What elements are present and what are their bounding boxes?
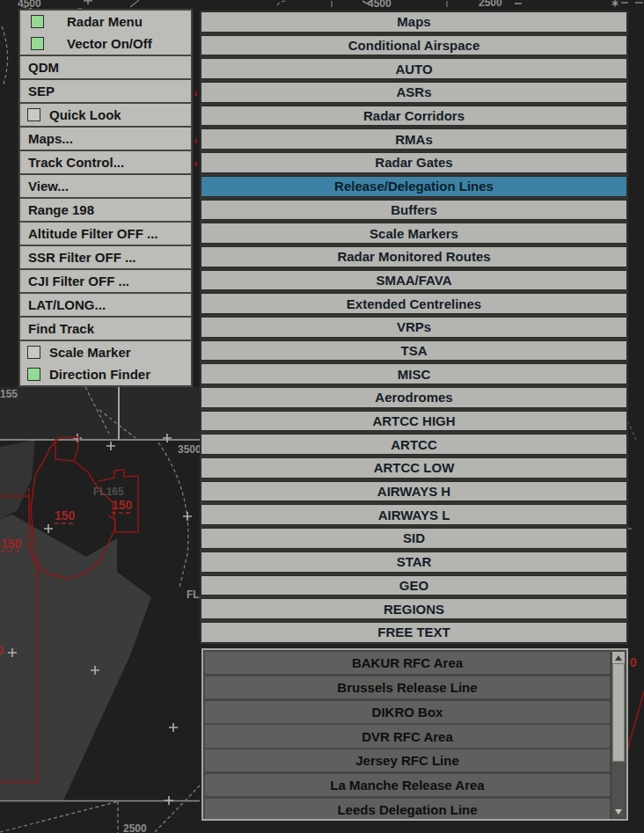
radar-menu-item-vector-on-off[interactable]: Vector On/Off	[20, 33, 191, 55]
maps-menu-item-airways-l[interactable]: AIRWAYS L	[201, 504, 627, 525]
overlay-item-dikro-box[interactable]: DIKRO Box	[205, 701, 610, 723]
map-label-4500-partial: 4500	[368, 0, 392, 10]
radar-display: { "colors": { "selected_row": "#3d82a4",…	[0, 0, 644, 833]
maps-menu-item-radar-corridors[interactable]: Radar Corridors	[201, 106, 627, 127]
maps-menu-item-regions[interactable]: REGIONS	[201, 598, 627, 619]
radar-menu-item-label: LAT/LONG...	[20, 294, 191, 316]
maps-menu-item-radar-monitored-routes[interactable]: Radar Monitored Routes	[201, 246, 627, 267]
radar-menu: Radar Menu Vector On/Off QDM SEP Quick L…	[18, 9, 193, 387]
maps-menu-item-scale-markers[interactable]: Scale Markers	[201, 223, 627, 244]
map-label-fl165: FL165	[93, 486, 124, 498]
maps-menu-item-vrps[interactable]: VRPs	[201, 317, 627, 338]
overlay-item-bakur-rfc-area[interactable]: BAKUR RFC Area	[205, 652, 610, 674]
radar-menu-item-label: View...	[20, 175, 191, 197]
quick-look-checkbox[interactable]	[27, 108, 40, 121]
maps-menu-item-radar-gates[interactable]: Radar Gates	[201, 152, 627, 173]
map-label-150-b: 150	[112, 498, 133, 512]
radar-menu-item-sep[interactable]: SEP	[18, 78, 193, 104]
radar-menu-group-bottom: Scale Marker Direction Finder	[18, 340, 193, 387]
maps-menu-item-free-text[interactable]: FREE TEXT	[201, 622, 627, 643]
maps-menu-item-geo[interactable]: GEO	[201, 575, 627, 596]
maps-menu-header: Maps	[201, 11, 627, 33]
direction-finder-checkbox[interactable]	[27, 368, 40, 381]
map-label-3500: 3500	[178, 443, 201, 456]
map-label-0-right: 0	[630, 655, 637, 669]
map-label-155: 155	[0, 388, 18, 400]
maps-menu-item-release-delegation-lines[interactable]: Release/Delegation Lines	[201, 176, 627, 197]
radar-menu-item-lat-long[interactable]: LAT/LONG...	[18, 292, 193, 318]
radar-menu-item-ssr-filter[interactable]: SSR Filter OFF ...	[18, 245, 193, 270]
maps-menu-item-rmas[interactable]: RMAs	[201, 128, 627, 150]
map-label-2500-bottom: 2500	[123, 822, 147, 833]
radar-menu-item-label: QDM	[20, 56, 191, 78]
radar-menu-item-label: SEP	[20, 80, 191, 102]
overlay-item-la-manche-release-area[interactable]: La Manche Release Area	[205, 774, 610, 796]
vector-on-off-checkbox[interactable]	[31, 37, 44, 50]
scrollbar[interactable]	[612, 652, 625, 817]
map-label-2500-top: 2500	[479, 0, 502, 9]
radar-menu-item-view[interactable]: View...	[18, 173, 193, 199]
radar-menu-item-label: Track Control...	[20, 151, 191, 173]
radar-menu-item-label: CJI Filter OFF ...	[20, 270, 191, 292]
maps-menu-item-sid[interactable]: SID	[201, 528, 627, 549]
radar-menu-item-cji-filter[interactable]: CJI Filter OFF ...	[18, 268, 193, 294]
maps-menu-item-extended-centrelines[interactable]: Extended Centrelines	[201, 293, 627, 314]
maps-menu-item-auto[interactable]: AUTO	[201, 58, 627, 79]
radar-menu-item-radar-menu[interactable]: Radar Menu	[20, 11, 191, 33]
radar-menu-item-label: Quick Look	[49, 107, 121, 122]
maps-menu-item-aerodromes[interactable]: Aerodromes	[201, 387, 627, 408]
maps-menu: Maps Conditional Airspace AUTO ASRs Rada…	[200, 11, 628, 644]
radar-menu-item-label: Direction Finder	[49, 367, 150, 382]
overlay-item-brussels-release-line[interactable]: Brussels Release Line	[205, 676, 610, 698]
radar-menu-group-top: Radar Menu Vector On/Off	[18, 9, 193, 56]
radar-menu-item-label: Range 198	[20, 199, 191, 221]
map-label-150-c: 150	[1, 537, 22, 551]
radar-menu-item-find-track[interactable]: Find Track	[18, 316, 193, 341]
maps-menu-item-conditional-airspace[interactable]: Conditional Airspace	[201, 35, 627, 56]
arrow-down-icon	[615, 809, 622, 815]
maps-menu-item-misc[interactable]: MISC	[201, 363, 627, 384]
radar-menu-item-label: SSR Filter OFF ...	[20, 246, 191, 268]
scroll-up-button[interactable]	[612, 652, 625, 663]
maps-menu-item-star[interactable]: STAR	[201, 552, 627, 573]
maps-menu-item-airways-h[interactable]: AIRWAYS H	[201, 481, 627, 502]
radar-menu-item-label: Radar Menu	[67, 14, 143, 29]
radar-menu-item-direction-finder[interactable]: Direction Finder	[20, 363, 191, 385]
radar-menu-item-qdm[interactable]: QDM	[18, 55, 193, 80]
radar-menu-item-label: Scale Marker	[49, 345, 131, 360]
radar-menu-item-track-control[interactable]: Track Control...	[18, 150, 193, 175]
release-delegation-lines-list: BAKUR RFC Area Brussels Release Line DIK…	[201, 648, 628, 821]
maps-menu-item-artcc-high[interactable]: ARTCC HIGH	[201, 411, 627, 432]
map-label-0-left: 0	[0, 643, 4, 657]
radar-menu-item-label: Vector On/Off	[67, 36, 152, 51]
radar-menu-item-altitude-filter[interactable]: Altitude Filter OFF ...	[18, 221, 193, 246]
scale-marker-checkbox[interactable]	[27, 346, 40, 359]
radar-menu-item-maps[interactable]: Maps...	[18, 126, 193, 151]
radar-menu-checkbox[interactable]	[31, 15, 44, 28]
scroll-down-button[interactable]	[612, 807, 625, 817]
maps-menu-item-asrs[interactable]: ASRs	[201, 82, 627, 103]
radar-menu-item-quick-look[interactable]: Quick Look	[18, 102, 193, 128]
overlay-item-leeds-delegation-line[interactable]: Leeds Delegation Line	[205, 799, 610, 821]
maps-menu-item-smaa-fava[interactable]: SMAA/FAVA	[201, 270, 627, 291]
arrow-up-icon	[615, 655, 622, 661]
maps-menu-item-artcc[interactable]: ARTCC	[201, 434, 627, 455]
maps-menu-item-artcc-low[interactable]: ARTCC LOW	[201, 457, 627, 479]
map-label-fl-partial: FL	[187, 588, 200, 601]
maps-menu-item-buffers[interactable]: Buffers	[201, 200, 627, 221]
maps-menu-item-tsa[interactable]: TSA	[201, 340, 627, 362]
map-label-150-a: 150	[55, 508, 76, 522]
radar-menu-item-label: Maps...	[20, 128, 191, 150]
radar-menu-item-scale-marker[interactable]: Scale Marker	[20, 341, 191, 363]
scroll-thumb[interactable]	[612, 663, 625, 762]
map-star-symbol: ✶	[611, 0, 619, 10]
radar-menu-item-range[interactable]: Range 198	[18, 197, 193, 223]
radar-menu-item-label: Find Track	[20, 318, 191, 340]
overlay-item-jersey-rfc-line[interactable]: Jersey RFC Line	[205, 749, 610, 771]
radar-menu-item-label: Altitude Filter OFF ...	[20, 223, 191, 245]
overlay-item-dvr-rfc-area[interactable]: DVR RFC Area	[205, 725, 610, 747]
